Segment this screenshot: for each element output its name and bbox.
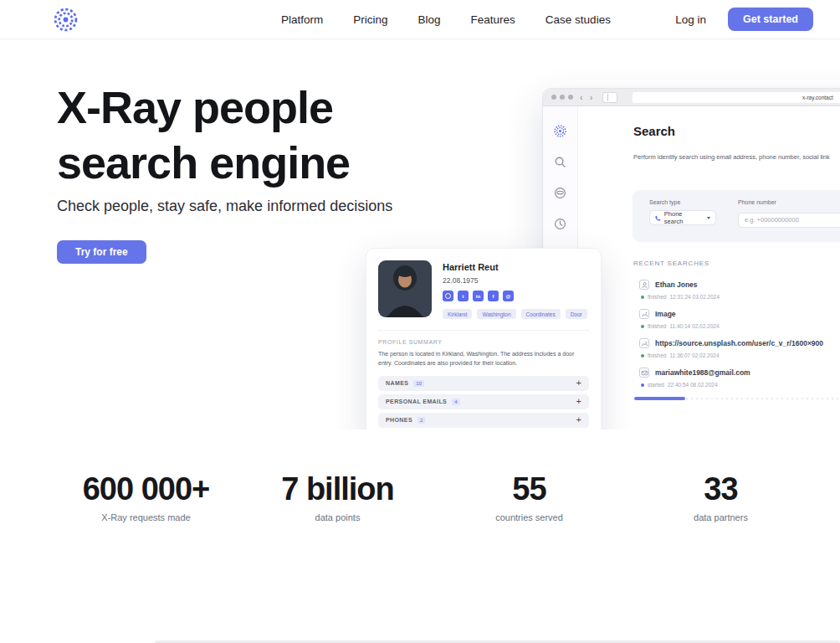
login-link[interactable]: Log in	[675, 13, 706, 26]
page-title-line1: X-Ray people	[57, 80, 350, 135]
recent-search-query[interactable]: https://source.unsplash.com/user/c_v_r/1…	[655, 339, 823, 347]
status-text: finished	[648, 352, 666, 358]
progress-fill	[634, 397, 685, 400]
stat-label: data points	[242, 512, 433, 522]
profile-name: Harriett Reut	[443, 262, 587, 272]
window-control-dot	[560, 95, 565, 100]
brand-logo-icon[interactable]	[54, 8, 78, 32]
recent-search-query[interactable]: Ethan Jones	[655, 280, 698, 289]
hero-section: X-Ray people search engine Check people,…	[0, 39, 840, 430]
count-badge: 2	[417, 417, 425, 424]
profile-tags: Kirkland Washington Coordinates Door	[443, 309, 587, 319]
chevron-down-icon	[707, 217, 710, 219]
address-bar[interactable]: x-ray.contact	[633, 92, 840, 103]
phone-number-label: Phone number	[738, 199, 840, 205]
tag-pill[interactable]: Coordinates	[521, 309, 561, 319]
phone-number-field: Phone number	[738, 199, 840, 233]
hero-subtitle: Check people, stay safe, make informed d…	[57, 198, 392, 215]
search-type-dropdown[interactable]: Phone search	[649, 210, 716, 225]
profile-social-links	[443, 291, 587, 301]
status-text: started	[648, 382, 664, 388]
count-badge: 4	[452, 399, 459, 405]
try-for-free-button[interactable]: Try for free	[57, 240, 146, 264]
stat-partners: 33 data partners	[625, 471, 817, 522]
expand-plus-icon[interactable]	[576, 378, 581, 388]
get-started-button[interactable]: Get started	[728, 8, 813, 31]
list-item: https://source.unsplash.com/user/c_v_r/1…	[639, 338, 840, 368]
section-label: NAMES	[386, 380, 408, 386]
header-actions: Log in Get started	[675, 8, 813, 31]
profile-photo	[378, 260, 432, 317]
nav-platform[interactable]: Platform	[281, 13, 323, 26]
tag-pill[interactable]: Kirkland	[443, 309, 472, 319]
recent-search-query[interactable]: mariawhite1988@gmail.com	[655, 368, 750, 377]
nav-blog[interactable]: Blog	[418, 13, 441, 26]
status-timestamp: 22:40:54 08.02.2024	[668, 382, 718, 388]
section-label: PERSONAL EMAILS	[386, 399, 447, 404]
web-icon[interactable]	[503, 291, 514, 301]
status-text: finished	[648, 294, 666, 300]
top-navigation: Platform Pricing Blog Features Case stud…	[0, 0, 840, 39]
browser-forward-icon[interactable]	[586, 93, 597, 102]
search-page-title: Search	[633, 124, 675, 138]
section-label: PHONES	[386, 417, 412, 423]
stat-value: 55	[433, 471, 625, 507]
image-icon	[639, 309, 649, 319]
status-dot	[641, 325, 644, 328]
expand-plus-icon[interactable]	[576, 415, 581, 424]
identity-icon[interactable]	[554, 187, 566, 199]
nav-pricing[interactable]: Pricing	[353, 13, 387, 26]
app-logo-icon[interactable]	[554, 125, 566, 137]
stats-section: 600 000+ X-Ray requests made 7 billion d…	[50, 471, 817, 522]
search-form-panel: Search type Phone search Phone number	[633, 190, 840, 242]
nav-features[interactable]: Features	[471, 13, 515, 26]
tag-pill[interactable]: Door	[566, 309, 587, 319]
stat-value: 7 billion	[242, 471, 433, 507]
history-clock-icon[interactable]	[554, 218, 566, 230]
section-row-phones[interactable]: PHONES 2	[378, 413, 589, 428]
nav-case-studies[interactable]: Case studies	[545, 13, 611, 26]
linkedin-icon[interactable]	[473, 291, 484, 301]
browser-sidebar-toggle-icon[interactable]	[602, 92, 617, 103]
instagram-icon[interactable]	[443, 291, 453, 301]
profile-summary-text: The person is located in Kirkland, Washi…	[378, 350, 589, 368]
browser-back-icon[interactable]	[576, 93, 586, 102]
recent-search-query[interactable]: Image	[655, 310, 676, 318]
stat-value: 33	[625, 471, 817, 507]
window-control-dot	[568, 95, 573, 100]
profile-dob: 22.08.1975	[443, 276, 587, 285]
profile-sections: NAMES 10 PERSONAL EMAILS 4 PHONES 2 USER…	[378, 376, 589, 430]
section-row-names[interactable]: NAMES 10	[378, 376, 589, 391]
facebook-icon[interactable]	[488, 291, 499, 301]
twitter-icon[interactable]	[458, 291, 469, 301]
search-type-label: Search type	[649, 199, 716, 205]
main-nav: Platform Pricing Blog Features Case stud…	[281, 0, 611, 39]
email-icon	[639, 368, 649, 378]
section-row-personal-emails[interactable]: PERSONAL EMAILS 4	[378, 394, 589, 409]
phone-number-input[interactable]	[738, 213, 840, 228]
search-type-field: Search type Phone search	[649, 199, 716, 233]
profile-summary-title: PROFILE SUMMARY	[378, 339, 589, 345]
stat-countries: 55 countries served	[433, 471, 625, 522]
page-title: X-Ray people search engine	[57, 80, 350, 190]
page-title-line2: search engine	[57, 135, 350, 190]
search-type-value: Phone search	[664, 210, 702, 225]
status-text: finished	[648, 323, 666, 329]
tag-pill[interactable]: Washington	[477, 309, 515, 319]
card-divider	[378, 330, 589, 331]
address-bar-url: x-ray.contact	[802, 95, 833, 100]
list-item: Ethan Jones finished 12:31:24 03.02.2024	[639, 280, 840, 309]
browser-toolbar: x-ray.contact	[543, 89, 840, 106]
status-timestamp: 11:36:07 02.02.2024	[669, 352, 719, 358]
image-icon	[639, 338, 649, 348]
recent-searches-list: Ethan Jones finished 12:31:24 03.02.2024…	[639, 280, 840, 397]
search-page-description: Perform identity search using email addr…	[633, 153, 830, 161]
stat-value: 600 000+	[50, 471, 242, 507]
expand-plus-icon[interactable]	[576, 397, 581, 406]
phone-icon	[655, 215, 661, 221]
stat-label: countries served	[433, 512, 625, 522]
search-icon[interactable]	[554, 156, 566, 168]
status-timestamp: 12:31:24 03.02.2024	[669, 294, 720, 300]
list-item: mariawhite1988@gmail.com started 22:40:5…	[639, 368, 840, 397]
search-progress-bar: 12%	[634, 397, 840, 400]
